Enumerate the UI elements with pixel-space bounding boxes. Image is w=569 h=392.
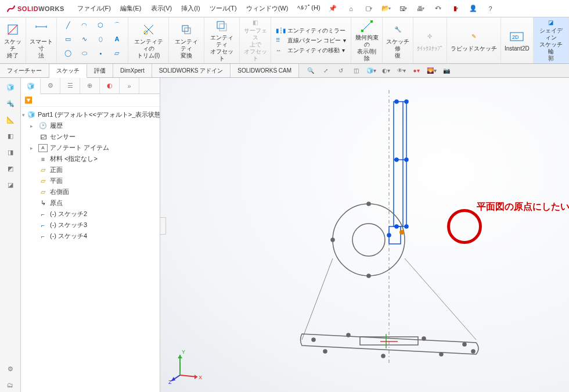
graphics-viewport[interactable]: 平面図の原点にしたい場所をクリック X Y Z: [160, 78, 569, 392]
line-tool-icon[interactable]: ╱: [62, 20, 74, 30]
menu-view[interactable]: 表示(V): [146, 2, 177, 15]
options-icon[interactable]: ▮: [449, 2, 462, 15]
tree-tab-dim-icon[interactable]: ⊕: [80, 78, 100, 93]
svg-point-22: [333, 204, 405, 276]
gutter-iso-icon[interactable]: ◨: [3, 145, 17, 159]
gutter-cube-icon[interactable]: ◧: [3, 129, 17, 143]
scene-icon[interactable]: 🌄▾: [426, 66, 437, 76]
text-tool-icon[interactable]: A: [110, 34, 123, 44]
linear-pattern-button[interactable]: ⠿直線パターン コピー▾: [276, 37, 347, 45]
smart-dimension-button[interactable]: スマート寸 法: [26, 17, 57, 63]
tree-tab-config-icon[interactable]: ☰: [60, 78, 80, 93]
tab-features[interactable]: フィーチャー: [0, 64, 49, 77]
appearance-icon[interactable]: ●▾: [410, 66, 422, 76]
user-icon[interactable]: 👤: [467, 2, 480, 15]
print-icon[interactable]: 🖶: [415, 2, 427, 15]
move-label: エンティティの移動: [287, 46, 340, 55]
point-tool-icon[interactable]: •: [94, 48, 107, 59]
menu-insert[interactable]: 挿入(I): [177, 2, 204, 15]
display-delete-relations-button[interactable]: 幾何拘束の 表示/削除: [351, 17, 382, 63]
offset-entities-button[interactable]: エンティティ オフセット: [204, 17, 240, 63]
spline-tool-icon[interactable]: ∿: [78, 34, 91, 44]
tree-sketch4[interactable]: ⌐(-) スケッチ4: [22, 231, 159, 242]
display-style-icon[interactable]: ◐▾: [380, 66, 392, 76]
tree-annotations[interactable]: ▸Aアノテート アイテム: [22, 142, 159, 153]
home-icon[interactable]: ⌂: [345, 2, 358, 15]
gutter-hide-icon[interactable]: ◪: [3, 178, 17, 192]
trim-entities-button[interactable]: エンティティの トリム(I): [128, 17, 168, 63]
tree-sensors[interactable]: 🗠センサー: [22, 131, 159, 142]
tree-sketch2[interactable]: ⌐(-) スケッチ2: [22, 208, 159, 220]
menu-edit[interactable]: 編集(E): [116, 2, 146, 15]
render-icon[interactable]: 📷: [441, 66, 452, 76]
tree-tab-appearance-icon[interactable]: ◐: [100, 78, 120, 93]
sketch-icon: ⌐: [38, 221, 48, 229]
prev-view-icon[interactable]: ↺: [335, 66, 347, 76]
new-icon[interactable]: ▢: [362, 2, 375, 15]
tree-right-plane[interactable]: ▱右側面: [22, 186, 159, 197]
svg-point-36: [463, 343, 466, 346]
tree-history[interactable]: ▸🕑履歴: [22, 120, 159, 131]
exit-sketch-button[interactable]: スケッチ 終了: [0, 17, 26, 63]
menu-help[interactable]: ﾍﾙﾌﾟ(H): [293, 2, 325, 15]
menu-file[interactable]: ファイル(F): [73, 2, 116, 15]
slot-tool-icon[interactable]: ⬭: [78, 48, 91, 59]
tab-addins[interactable]: SOLIDWORKS アドイン: [152, 64, 231, 77]
tree-tab-feature-icon[interactable]: 🧊: [21, 78, 41, 94]
tree-tab-pm-icon[interactable]: ⚙: [41, 78, 60, 93]
zoom-area-icon[interactable]: ⤢: [320, 66, 332, 76]
repair-sketch-button[interactable]: 🔧 スケッチ修 復: [383, 17, 413, 63]
shaded-contour-button[interactable]: ◪ シェイディン スケッチ輪 郭: [534, 17, 569, 63]
gutter-part-icon[interactable]: 🧊: [3, 80, 17, 94]
tree-sketch3[interactable]: ⌐(-) スケッチ3: [22, 220, 159, 231]
menu-tool[interactable]: ツール(T): [205, 2, 242, 15]
exit-sketch-icon: [5, 22, 20, 37]
tab-cam[interactable]: SOLIDWORKS CAM: [231, 64, 299, 77]
undo-icon[interactable]: ↶: [432, 2, 445, 15]
gutter-conf-icon[interactable]: ⚙: [3, 362, 17, 376]
tree-tab-more-icon[interactable]: »: [120, 78, 139, 93]
hide-show-icon[interactable]: 👁▾: [395, 66, 407, 76]
circle-tool-icon[interactable]: ◯: [62, 48, 74, 59]
open-icon[interactable]: 📂: [380, 2, 392, 15]
pin-icon[interactable]: 📌: [329, 5, 337, 12]
move-entities-button[interactable]: ↔エンティティの移動▾: [276, 46, 347, 55]
rect-tool-icon[interactable]: ▭: [62, 34, 74, 44]
plane-tool-icon[interactable]: ▱: [110, 48, 123, 59]
mirror-entities-button[interactable]: ▮┆▮エンティティのミラー: [276, 27, 347, 35]
instant2d-button[interactable]: 2D Instant2D: [501, 17, 534, 63]
tab-dimxpert[interactable]: DimXpert: [113, 64, 152, 77]
orient-icon[interactable]: 🧊▾: [365, 66, 377, 76]
gutter-assy-icon[interactable]: 🔩: [3, 96, 17, 110]
tree-origin[interactable]: ↳原点: [22, 197, 159, 208]
tree-front-plane[interactable]: ▱正面: [22, 164, 159, 175]
tab-evaluate[interactable]: 評価: [87, 64, 113, 77]
tree-root[interactable]: ▾🧊Part1 (デフォルト<<デフォルト>_表示状態 1>: [22, 109, 159, 120]
fillet-tool-icon[interactable]: ⌒: [110, 20, 123, 30]
gutter-drw-icon[interactable]: 📐: [3, 113, 17, 127]
tree-material[interactable]: ≡材料 <指定なし>: [22, 153, 159, 164]
ellipse-tool-icon[interactable]: ⬯: [94, 34, 107, 44]
svg-rect-5: [219, 24, 226, 31]
quick-snap-label: ｸｲｯｸｽﾅｯﾌﾟ: [417, 45, 443, 52]
tree-top-plane[interactable]: ▱平面: [22, 175, 159, 186]
gutter-disp-icon[interactable]: 🗂: [3, 378, 17, 392]
menu-window[interactable]: ウィンドウ(W): [242, 2, 293, 15]
help-icon[interactable]: ?: [484, 2, 497, 15]
gutter-sec-icon[interactable]: ◩: [3, 161, 17, 175]
rapid-sketch-button[interactable]: ✎ ラピッドスケッチ: [447, 17, 501, 63]
section-icon[interactable]: ◫: [350, 66, 362, 76]
orientation-triad[interactable]: X Y Z: [168, 343, 209, 384]
zoom-fit-icon[interactable]: 🔍: [305, 66, 316, 76]
arc-tool-icon[interactable]: ◠: [78, 20, 91, 30]
save-icon[interactable]: 🖫: [397, 2, 410, 15]
polygon-tool-icon[interactable]: ⬡: [94, 20, 107, 30]
left-gutter-toolbar: 🧊 🔩 📐 ◧ ◨ ◩ ◪ ⚙ 🗂: [0, 78, 21, 392]
convert-entities-button[interactable]: エンティティ 変換: [169, 17, 204, 63]
svg-text:2D: 2D: [512, 34, 519, 40]
tab-sketch[interactable]: スケッチ: [49, 64, 87, 78]
rapid-sketch-icon: ✎: [466, 29, 481, 44]
material-icon: ≡: [38, 155, 48, 163]
tree-filter-row[interactable]: 🔽: [21, 94, 160, 107]
splitter-handle[interactable]: [160, 217, 166, 235]
